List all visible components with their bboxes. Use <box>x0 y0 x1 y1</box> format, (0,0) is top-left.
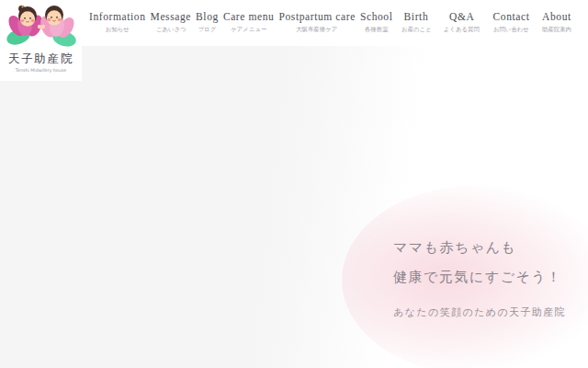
nav-label: Blog <box>196 10 219 23</box>
nav-sublabel: 大阪市産後ケア <box>287 26 348 32</box>
nav-label: Information <box>89 10 146 23</box>
nav-label: Message <box>151 10 191 23</box>
nav-item-postpartum-care[interactable]: Postpartum care 大阪市産後ケア <box>278 10 355 34</box>
nav-sublabel: 各種教室 <box>364 26 390 32</box>
nav-sublabel: ケアメニュー <box>228 26 268 32</box>
nav-label: Birth <box>398 10 435 23</box>
nav-sublabel: ブログ <box>198 26 217 32</box>
nav-item-school[interactable]: School 各種教室 <box>360 10 393 34</box>
nav-sublabel: お知らせ <box>95 26 140 32</box>
hero-tagline: ママも赤ちゃんも 健康で元気にすごそう！ あなたの笑顔のための天子助産院 <box>393 233 566 319</box>
nav-label: Care menu <box>223 10 275 23</box>
nav-item-about[interactable]: About 助産院案内 <box>538 10 575 34</box>
nav-item-care-menu[interactable]: Care menu ケアメニュー <box>223 10 275 34</box>
nav-sublabel: よくある質問 <box>444 26 480 32</box>
nav-sublabel: お問い合わせ <box>493 26 529 32</box>
page: ママも赤ちゃんも 健康で元気にすごそう！ あなたの笑顔のための天子助産院 Inf… <box>0 0 588 368</box>
nav-label: Contact <box>489 10 534 23</box>
nav-label: Postpartum care <box>278 10 355 23</box>
nav-sublabel: ごあいさつ <box>154 26 187 32</box>
nav-item-qa[interactable]: Q&A よくある質問 <box>439 10 484 34</box>
site-logo[interactable]: 天子助産院 Tenshi Midwifery house <box>0 0 82 81</box>
nav-sublabel: 助産院案内 <box>542 26 571 32</box>
hero-headline-line1: ママも赤ちゃんも <box>393 233 566 262</box>
hero-subline: あなたの笑顔のための天子助産院 <box>393 305 566 319</box>
brand-name: 天子助産院 <box>0 52 82 67</box>
nav-item-message[interactable]: Message ごあいさつ <box>151 10 191 34</box>
nav-label: Q&A <box>439 10 484 23</box>
site-header: Information お知らせ Message ごあいさつ Blog ブログ … <box>0 0 588 46</box>
babies-in-flowers-illustration <box>6 3 76 47</box>
nav-label: About <box>538 10 575 23</box>
brand-tagline-en: Tenshi Midwifery house <box>13 68 69 73</box>
hero-section: ママも赤ちゃんも 健康で元気にすごそう！ あなたの笑顔のための天子助産院 <box>0 46 588 368</box>
nav-sublabel: お産のこと <box>401 26 432 32</box>
nav-item-birth[interactable]: Birth お産のこと <box>398 10 435 34</box>
nav-label: School <box>360 10 393 23</box>
nav-item-blog[interactable]: Blog ブログ <box>196 10 219 34</box>
main-nav: Information お知らせ Message ごあいさつ Blog ブログ … <box>89 10 575 34</box>
hero-headline-line2: 健康で元気にすごそう！ <box>393 262 566 292</box>
nav-item-information[interactable]: Information お知らせ <box>89 10 146 34</box>
nav-item-contact[interactable]: Contact お問い合わせ <box>489 10 534 34</box>
